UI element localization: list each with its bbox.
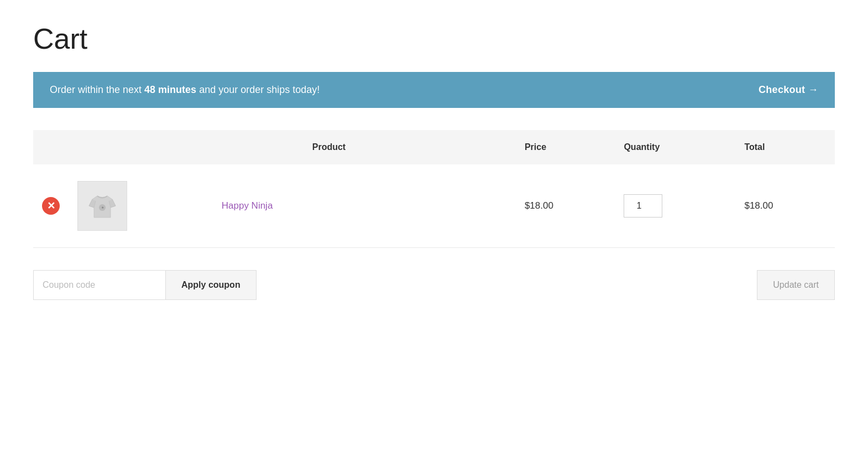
banner-text-prefix: Order within the next bbox=[50, 84, 144, 95]
col-header-price: Price bbox=[516, 130, 615, 164]
cart-table: Product Price Quantity Total ✕ bbox=[33, 130, 835, 248]
product-total-cell: $18.00 bbox=[735, 164, 835, 248]
product-name-cell: Happy Ninja bbox=[213, 164, 516, 248]
product-total: $18.00 bbox=[744, 200, 773, 211]
coupon-section: Apply coupon bbox=[33, 270, 257, 300]
update-cart-button[interactable]: Update cart bbox=[757, 270, 835, 300]
col-header-total: Total bbox=[735, 130, 835, 164]
remove-item-button[interactable]: ✕ bbox=[42, 197, 60, 215]
quantity-input[interactable] bbox=[624, 194, 662, 218]
page-title: Cart bbox=[33, 22, 835, 55]
col-header-product: Product bbox=[213, 130, 516, 164]
product-image-cell: ★ bbox=[69, 164, 213, 248]
table-row: ✕ ★ bbox=[33, 164, 835, 248]
banner-message: Order within the next 48 minutes and you… bbox=[50, 84, 320, 96]
apply-coupon-button[interactable]: Apply coupon bbox=[166, 270, 257, 300]
shipping-banner: Order within the next 48 minutes and you… bbox=[33, 72, 835, 108]
col-header-image bbox=[69, 130, 213, 164]
product-price-cell: $18.00 bbox=[516, 164, 615, 248]
product-name-link[interactable]: Happy Ninja bbox=[222, 200, 273, 211]
remove-cell: ✕ bbox=[33, 164, 69, 248]
product-thumbnail: ★ bbox=[86, 189, 119, 222]
table-header-row: Product Price Quantity Total bbox=[33, 130, 835, 164]
col-header-quantity: Quantity bbox=[615, 130, 735, 164]
banner-text-suffix: and your order ships today! bbox=[196, 84, 320, 95]
svg-text:★: ★ bbox=[101, 206, 104, 209]
remove-icon: ✕ bbox=[42, 197, 60, 215]
checkout-button[interactable]: Checkout → bbox=[759, 84, 818, 96]
product-quantity-cell bbox=[615, 164, 735, 248]
product-price: $18.00 bbox=[525, 200, 553, 211]
product-image: ★ bbox=[77, 181, 127, 231]
coupon-code-input[interactable] bbox=[33, 270, 166, 300]
col-header-remove bbox=[33, 130, 69, 164]
cart-actions: Apply coupon Update cart bbox=[33, 265, 835, 300]
banner-text-bold: 48 minutes bbox=[144, 84, 196, 95]
